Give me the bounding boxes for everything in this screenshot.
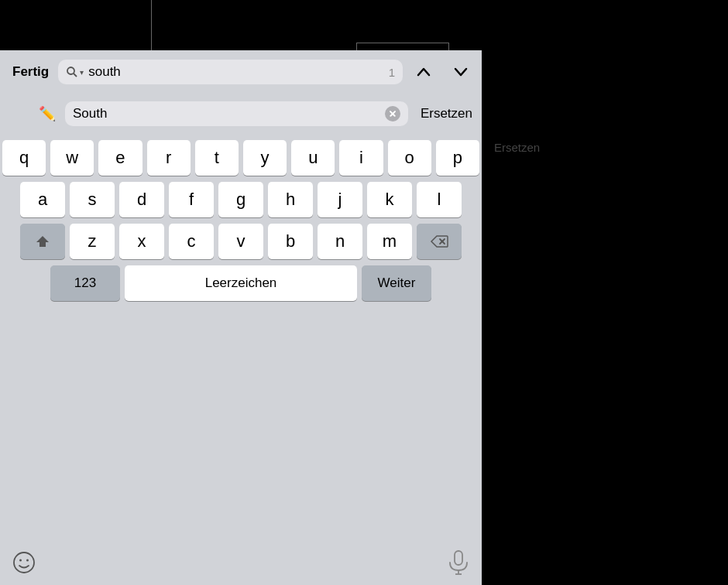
annotation-line-left [151, 0, 152, 53]
search-dropdown-chevron[interactable]: ▾ [80, 68, 84, 77]
emoji-button[interactable] [12, 551, 36, 574]
replace-bar: ✏️ South Ersetzen [0, 94, 482, 134]
key-b[interactable]: b [268, 224, 313, 259]
keyboard-row-3: z x c v b n m [2, 224, 479, 259]
key-s[interactable]: s [70, 182, 115, 217]
key-d[interactable]: d [119, 182, 164, 217]
bracket-top-h [356, 43, 449, 43]
delete-key[interactable] [417, 224, 462, 259]
shift-key[interactable] [20, 224, 65, 259]
key-t[interactable]: t [195, 140, 239, 176]
right-black-area [482, 50, 728, 585]
key-f[interactable]: f [169, 182, 214, 217]
match-count-badge: 1 [389, 66, 395, 79]
svg-point-4 [14, 552, 34, 573]
clear-replace-button[interactable] [385, 106, 400, 121]
search-field[interactable]: ▾ south 1 [58, 60, 403, 84]
mic-icon [448, 550, 469, 575]
keyboard-row-2: a s d f g h j k l [2, 182, 479, 217]
search-text-value: south [88, 64, 380, 80]
next-match-button[interactable] [449, 60, 472, 84]
keyboard: q w e r t y u i o p a s d f g h j k l [0, 134, 482, 543]
key-v[interactable]: v [218, 224, 263, 259]
key-p[interactable]: p [436, 140, 479, 176]
bottom-bar [0, 543, 482, 585]
done-button[interactable]: Fertig [9, 61, 52, 83]
key-h[interactable]: h [268, 182, 313, 217]
space-key[interactable]: Leerzeichen [125, 265, 357, 301]
main-panel: Fertig ▾ south 1 [0, 50, 482, 585]
replace-field[interactable]: South [65, 101, 408, 126]
search-icon [66, 66, 78, 78]
key-u[interactable]: u [291, 140, 335, 176]
ersetzen-annotation-label: Ersetzen [494, 141, 540, 154]
next-key[interactable]: Weiter [362, 265, 431, 301]
key-e[interactable]: e [98, 140, 142, 176]
key-i[interactable]: i [339, 140, 383, 176]
numbers-key[interactable]: 123 [50, 265, 120, 301]
svg-point-5 [19, 559, 22, 562]
shift-icon [35, 234, 50, 249]
key-r[interactable]: r [147, 140, 191, 176]
key-k[interactable]: k [367, 182, 412, 217]
key-c[interactable]: c [169, 224, 214, 259]
svg-line-1 [74, 74, 77, 77]
replace-text-value: South [73, 106, 380, 121]
key-y[interactable]: y [243, 140, 287, 176]
key-w[interactable]: w [50, 140, 94, 176]
key-q[interactable]: q [2, 140, 46, 176]
key-z[interactable]: z [70, 224, 115, 259]
key-l[interactable]: l [417, 182, 462, 217]
mic-button[interactable] [448, 550, 469, 575]
chevron-up-icon [415, 63, 432, 80]
search-bar: Fertig ▾ south 1 [0, 50, 482, 94]
emoji-icon [12, 551, 36, 574]
pencil-icon: ✏️ [39, 105, 56, 122]
key-x[interactable]: x [119, 224, 164, 259]
nav-arrows [412, 60, 472, 84]
svg-rect-7 [455, 551, 462, 565]
chevron-down-nav-icon [452, 63, 469, 80]
keyboard-row-1: q w e r t y u i o p [2, 140, 479, 176]
key-m[interactable]: m [367, 224, 412, 259]
key-n[interactable]: n [318, 224, 362, 259]
key-g[interactable]: g [218, 182, 263, 217]
delete-icon [430, 234, 448, 248]
prev-match-button[interactable] [412, 60, 435, 84]
svg-point-6 [26, 559, 29, 562]
key-o[interactable]: o [388, 140, 431, 176]
key-a[interactable]: a [20, 182, 65, 217]
ersetzen-button[interactable]: Ersetzen [421, 106, 472, 121]
svg-point-0 [67, 67, 74, 74]
search-icon-area: ▾ [66, 66, 84, 78]
key-j[interactable]: j [318, 182, 362, 217]
keyboard-row-bottom: 123 Leerzeichen Weiter [2, 265, 479, 301]
